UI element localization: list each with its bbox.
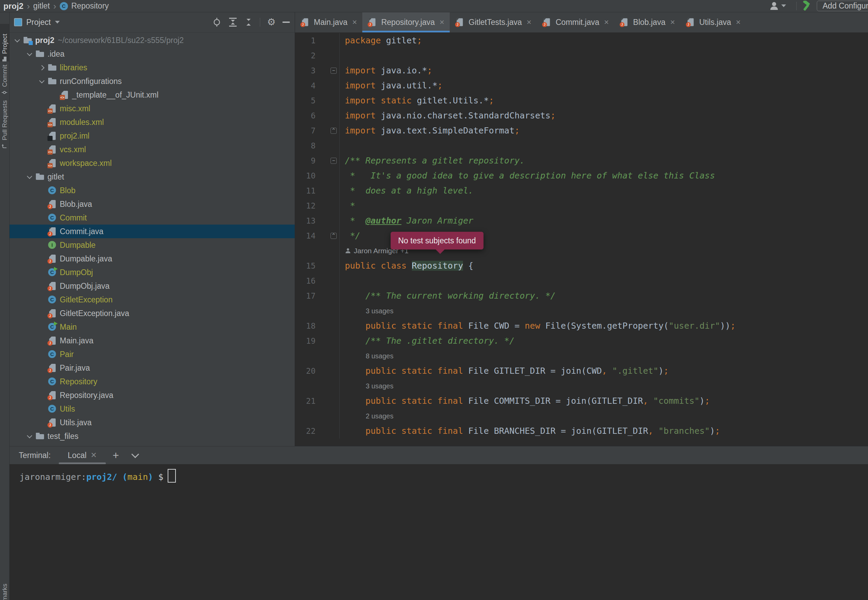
gutter[interactable] (316, 198, 340, 213)
tree-item-test-files[interactable]: test_files (9, 429, 295, 443)
tree-item-proj2[interactable]: proj2~/coursework/61BL/su22-s555/proj2 (9, 33, 295, 47)
gutter[interactable] (316, 48, 340, 63)
tree-item-repository-java[interactable]: JRepository.java (9, 388, 295, 402)
gutter[interactable] (316, 108, 340, 123)
tree-item-utils-java[interactable]: JUtils.java (9, 416, 295, 429)
code-line-21[interactable]: 21 public static final File COMMITS_DIR … (295, 394, 868, 409)
tree-item-commit[interactable]: CCommit (9, 211, 295, 224)
gear-icon[interactable]: ⚙ (267, 17, 276, 27)
tab-utils-java[interactable]: JUtils.java× (681, 12, 746, 32)
gutter[interactable] (316, 273, 340, 288)
tree-item-gitlet[interactable]: gitlet (9, 170, 295, 183)
tree-item-dumpable-java[interactable]: JDumpable.java (9, 252, 295, 265)
stripe-button-bookmarks[interactable]: Bookmarks (0, 575, 9, 600)
tree-item-dumpobj-java[interactable]: JDumpObj.java (9, 279, 295, 293)
gutter[interactable]: ^ (316, 123, 340, 138)
gutter[interactable] (316, 93, 340, 108)
gutter[interactable] (316, 243, 340, 258)
close-icon[interactable]: × (352, 17, 357, 27)
close-icon[interactable]: × (736, 17, 741, 27)
breadcrumb-package[interactable]: gitlet (33, 2, 50, 11)
tree-item-runconfigurations[interactable]: runConfigurations (9, 74, 295, 88)
tree-item--idea[interactable]: .idea (9, 47, 295, 61)
close-icon[interactable]: ✕ (91, 451, 97, 460)
gutter[interactable] (316, 379, 340, 394)
code-line-3[interactable]: 3−import java.io.*; (295, 63, 868, 78)
gutter[interactable] (316, 318, 340, 333)
close-icon[interactable]: × (440, 17, 444, 27)
new-terminal-session-button[interactable]: + (113, 450, 119, 461)
code-line-22[interactable]: 22 public static final File BRANCHES_DIR… (295, 424, 868, 439)
fold-region-end-icon[interactable]: ^ (331, 128, 337, 134)
gutter[interactable] (316, 409, 340, 424)
tree-item-modules-xml[interactable]: <>modules.xml (9, 115, 295, 129)
code-line-1[interactable]: 1package gitlet; (295, 33, 868, 48)
gutter[interactable] (316, 303, 340, 318)
tree-chevron-icon[interactable] (23, 53, 35, 55)
stripe-button-pull-requests[interactable]: Pull Requests (0, 97, 9, 148)
fold-region-start-icon[interactable]: − (331, 68, 337, 74)
close-icon[interactable]: × (670, 17, 675, 27)
tree-item-proj2-iml[interactable]: proj2.iml (9, 129, 295, 142)
fold-region-end-icon[interactable]: ^ (331, 233, 337, 239)
fold-region-start-icon[interactable]: − (331, 158, 337, 164)
tab-commit-java[interactable]: JCommit.java× (537, 12, 614, 32)
tree-item-pair-java[interactable]: JPair.java (9, 361, 295, 375)
gutter[interactable]: − (316, 153, 340, 168)
tree-item-gitletexception[interactable]: CGitletException (9, 293, 295, 306)
tree-chevron-icon[interactable] (23, 176, 35, 178)
collapse-all-icon[interactable] (244, 17, 253, 27)
gutter[interactable] (316, 213, 340, 228)
terminal-tab-local[interactable]: Local ✕ (66, 446, 98, 464)
tree-item-main[interactable]: CMain (9, 320, 295, 334)
tree-item-dumpobj[interactable]: CDumpObj (9, 265, 295, 279)
code-line-13[interactable]: 13 * @author Jaron Armiger (295, 213, 868, 228)
gutter[interactable] (316, 138, 340, 153)
code-editor[interactable]: No test subjects found 1package gitlet;2… (295, 32, 868, 446)
add-configuration-button[interactable]: Add Configurat (817, 1, 868, 11)
project-panel-title[interactable]: Project (26, 18, 51, 27)
tab-blob-java[interactable]: JBlob.java× (614, 12, 681, 32)
usage-inlay[interactable]: 2 usages (295, 409, 868, 424)
tree-item-main-java[interactable]: JMain.java (9, 334, 295, 347)
gutter[interactable] (316, 78, 340, 93)
code-line-8[interactable]: 8 (295, 138, 868, 153)
gutter[interactable]: ^ (316, 228, 340, 243)
tree-chevron-icon[interactable] (35, 66, 48, 70)
tree-item-blob-java[interactable]: JBlob.java (9, 197, 295, 211)
tree-item-libraries[interactable]: libraries (9, 61, 295, 74)
tree-item-commit-java[interactable]: JCommit.java (9, 224, 295, 238)
gutter[interactable] (316, 168, 340, 183)
stripe-button-project[interactable]: Project (0, 24, 9, 61)
tree-item--template-of-junit-xml[interactable]: <>_template__of_JUnit.xml (9, 88, 295, 102)
gutter[interactable]: − (316, 63, 340, 78)
tree-chevron-icon[interactable] (23, 435, 35, 438)
build-button[interactable] (801, 1, 813, 12)
tree-chevron-icon[interactable] (35, 80, 48, 83)
code-line-18[interactable]: 18 public static final File CWD = new Fi… (295, 318, 868, 333)
code-line-2[interactable]: 2 (295, 48, 868, 63)
terminal-content[interactable]: jaronarmiger:proj2/ (main) $ (9, 464, 868, 484)
user-account-button[interactable] (769, 1, 786, 11)
code-line-19[interactable]: 19 /** The .gitlet directory. */ (295, 333, 868, 348)
code-line-14[interactable]: 14^ */ (295, 228, 868, 243)
code-line-10[interactable]: 10 * It's a good idea to give a descript… (295, 168, 868, 183)
usage-inlay[interactable]: 3 usages (295, 379, 868, 394)
breadcrumb-project[interactable]: proj2 (3, 2, 24, 11)
hide-panel-icon[interactable] (282, 21, 290, 23)
gutter[interactable] (316, 33, 340, 48)
gutter[interactable] (316, 258, 340, 273)
code-line-9[interactable]: 9−/** Represents a gitlet repository. (295, 153, 868, 168)
close-icon[interactable]: × (527, 17, 531, 27)
code-line-5[interactable]: 5import static gitlet.Utils.*; (295, 93, 868, 108)
code-line-15[interactable]: 15public class Repository { (295, 258, 868, 273)
code-line-11[interactable]: 11 * does at a high level. (295, 183, 868, 198)
chevron-down-icon[interactable] (132, 450, 139, 458)
code-line-7[interactable]: 7^import java.text.SimpleDateFormat; (295, 123, 868, 138)
breadcrumb-class[interactable]: Repository (71, 2, 109, 11)
tree-item-dumpable[interactable]: IDumpable (9, 238, 295, 252)
tab-main-java[interactable]: JMain.java× (295, 12, 362, 32)
usage-inlay[interactable]: 8 usages (295, 348, 868, 364)
expand-all-icon[interactable] (228, 17, 237, 27)
locate-file-icon[interactable] (212, 17, 222, 27)
